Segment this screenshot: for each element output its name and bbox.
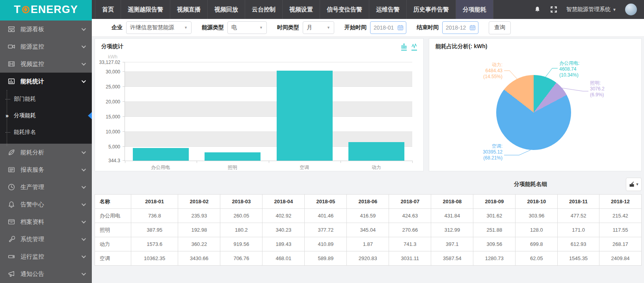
table-cell: 117.55 — [599, 223, 641, 237]
bar[interactable] — [277, 71, 333, 161]
sidebar-item-报表服务[interactable]: 报表服务 — [0, 161, 92, 178]
sidebar-item-告警中心[interactable]: 告警中心 — [0, 196, 92, 213]
top-nav-item[interactable]: 历史事件告警 — [406, 0, 456, 19]
table-cell: 62.05 — [516, 251, 558, 266]
sidebar-subitem-部门能耗[interactable]: 部门能耗 — [0, 91, 92, 107]
sidebar-item-label: 告警中心 — [20, 201, 82, 208]
bar[interactable] — [348, 142, 404, 161]
logo-text-left: T — [14, 4, 21, 16]
bar-chart-x-labels: 办公用电照明空调动力 — [125, 164, 412, 171]
chevron-down-icon: ▼ — [184, 26, 188, 30]
pie-label-line: 6484.43 — [483, 68, 503, 74]
line-chart-toggle-icon[interactable] — [411, 43, 417, 51]
sidebar-item-label: 档案资料 — [20, 218, 82, 226]
bar-chart-icon — [8, 78, 15, 85]
table-row: 办公用电736.8235.93260.05402.92401.46416.594… — [95, 209, 642, 223]
sidebar-item-label: 能源监控 — [20, 43, 82, 51]
pie-label-line: 30395.12 — [483, 149, 503, 155]
fullscreen-icon[interactable] — [550, 6, 558, 13]
sidebar-item-视频监控[interactable]: 视频监控 — [0, 55, 92, 73]
query-button[interactable]: 查询 — [489, 21, 511, 34]
x-axis-tick — [269, 161, 269, 163]
top-nav-item[interactable]: 遥测越限告警 — [121, 0, 170, 19]
charts-row: 分项统计 kWh 344.35,00010,00015,00020,00025,… — [95, 38, 642, 171]
film-icon — [8, 60, 15, 67]
table-cell: 410.89 — [305, 237, 347, 251]
sidebar-subitem-分项能耗[interactable]: »分项能耗 — [0, 107, 92, 124]
end-time-label: 结束时间 — [417, 24, 439, 31]
table-row-name: 办公用电 — [95, 209, 131, 223]
sidebar-item-能源监控[interactable]: 能源监控 — [0, 38, 92, 55]
table-cell: 589.89 — [305, 251, 347, 266]
sidebar-group: 档案资料 — [0, 213, 92, 231]
table-column-header: 2018-06 — [347, 195, 389, 209]
start-time-input[interactable]: 2018-01 — [370, 21, 406, 34]
sidebar-subitem-label: 分项能耗 — [14, 112, 36, 119]
end-time-value: 2018-12 — [446, 24, 466, 31]
sidebar-subitem-能耗排名[interactable]: 能耗排名 — [0, 124, 92, 141]
bar-chart: kWh 344.35,00010,00015,00020,00025,00030… — [125, 62, 412, 161]
table-header-row: 分项能耗名细 ▼ — [95, 177, 642, 192]
table-cell: 699.8 — [516, 237, 558, 251]
end-time-input[interactable]: 2018-12 — [442, 21, 478, 34]
company-label: 企业 — [112, 24, 123, 31]
pie-label-line: 照明: — [590, 80, 605, 86]
top-bar-right: 智慧能源管理系统▼ — [533, 0, 644, 19]
x-axis-category-label: 办公用电 — [125, 164, 197, 171]
sidebar-group: 能耗统计部门能耗»分项能耗能耗排名 — [0, 73, 92, 144]
system-menu[interactable]: 智慧能源管理系统▼ — [566, 6, 616, 13]
table-row-name: 空调 — [95, 251, 131, 266]
logo-text-right: ENERGY — [31, 4, 78, 16]
bar-slot — [341, 62, 412, 161]
pie-graphic[interactable] — [496, 75, 571, 150]
sidebar-item-运行监控[interactable]: 运行监控 — [0, 248, 92, 265]
bar-chart-toggle-icon[interactable] — [401, 43, 407, 51]
top-nav-item[interactable]: 视频回放 — [207, 0, 245, 19]
energy-type-select[interactable]: 电 ▼ — [227, 21, 267, 34]
end-time-filter-group: 结束时间 2018-12 — [417, 21, 478, 34]
table-cell: 180.2 — [220, 223, 262, 237]
sidebar-item-档案资料[interactable]: 档案资料 — [0, 213, 92, 231]
export-button[interactable]: ▼ — [626, 178, 642, 191]
sidebar-item-通知公告[interactable]: 通知公告 — [0, 265, 92, 283]
y-axis-tick-label: 30,000 — [106, 69, 120, 75]
dashboard-icon — [8, 26, 15, 33]
sidebar-item-能耗统计[interactable]: 能耗统计 — [0, 73, 92, 90]
table-column-header: 2018-12 — [599, 195, 641, 209]
avatar[interactable] — [625, 4, 637, 15]
energy-ratio-panel: 能耗占比分析(: kWh) 办公用电:4608.74(10.34%) 照明:30… — [429, 38, 642, 171]
time-type-select[interactable]: 月 ▼ — [303, 21, 334, 34]
company-select[interactable]: 许继信息智慧能源 ▼ — [126, 21, 192, 34]
bar-panel-title: 分项统计 — [101, 43, 123, 50]
table-column-header: 2018-02 — [178, 195, 220, 209]
top-nav-item[interactable]: 视频直播 — [170, 0, 207, 19]
table-cell: 312.99 — [431, 223, 473, 237]
sidebar-group: 能源看板 — [0, 21, 92, 38]
bar[interactable] — [133, 148, 189, 161]
table-cell: 431.84 — [431, 209, 473, 223]
bar[interactable] — [205, 152, 261, 161]
sidebar-item-系统管理[interactable]: 系统管理 — [0, 231, 92, 248]
top-nav-item[interactable]: 首页 — [95, 0, 121, 19]
top-nav-item[interactable]: 运维告警 — [369, 0, 406, 19]
table-cell: 345.04 — [347, 223, 389, 237]
calendar-icon — [397, 24, 404, 31]
sidebar-item-能耗分析[interactable]: 能耗分析 — [0, 144, 92, 161]
sidebar-item-能源看板[interactable]: 能源看板 — [0, 21, 92, 38]
table-column-header: 2018-09 — [473, 195, 516, 209]
top-nav-item[interactable]: 云台控制 — [245, 0, 282, 19]
top-nav-item[interactable]: 信号变位告警 — [320, 0, 369, 19]
pie-label-line: (14.55%) — [483, 74, 503, 80]
table-cell: 397.1 — [431, 237, 473, 251]
table-column-header: 名称 — [95, 195, 131, 209]
notification-bell-icon[interactable] — [533, 6, 541, 13]
top-nav-item[interactable]: 视频设置 — [282, 0, 320, 19]
sidebar-subitem-label: 部门能耗 — [14, 96, 36, 103]
bar-slots — [125, 62, 412, 161]
bar-slot — [125, 62, 197, 161]
table-cell: 424.63 — [389, 209, 431, 223]
top-nav-item[interactable]: 分项能耗 — [456, 0, 493, 19]
table-cell: 189.43 — [262, 237, 305, 251]
sidebar-item-生产管理[interactable]: 生产管理 — [0, 178, 92, 196]
sidebar-item-label: 报表服务 — [20, 166, 82, 174]
